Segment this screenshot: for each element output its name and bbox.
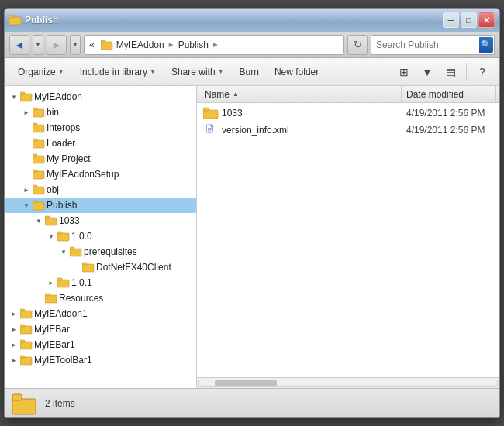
expand-bin[interactable]: ► bbox=[20, 106, 33, 119]
file-item-version-info[interactable]: version_info.xml 4/19/2011 2:56 PM bbox=[197, 122, 499, 139]
view-button[interactable]: ⊞ bbox=[393, 61, 415, 83]
expand-myiebar1[interactable]: ► bbox=[8, 338, 20, 351]
include-library-button[interactable]: Include in library ▼ bbox=[73, 61, 163, 83]
window-icon bbox=[9, 14, 22, 26]
forward-button[interactable]: ► bbox=[47, 35, 67, 55]
tree-item-myproject[interactable]: My Project bbox=[5, 151, 196, 167]
tree-item-prerequisites[interactable]: ▼ prerequisites bbox=[5, 244, 196, 259]
expand-100[interactable]: ▼ bbox=[45, 230, 57, 242]
include-chevron: ▼ bbox=[150, 68, 156, 75]
content-pane: Name ▲ Date modified 1033 bbox=[197, 86, 499, 388]
svg-rect-31 bbox=[45, 294, 50, 296]
file-item-1033[interactable]: 1033 4/19/2011 2:56 PM bbox=[197, 105, 499, 122]
tree-item-obj[interactable]: ► obj bbox=[5, 182, 196, 198]
folder-icon-myieaddon1 bbox=[20, 307, 33, 320]
svg-rect-18 bbox=[33, 202, 44, 210]
expand-myiebar[interactable]: ► bbox=[8, 323, 20, 335]
share-chevron: ▼ bbox=[218, 68, 224, 75]
expand-myietoolbar1[interactable]: ► bbox=[8, 354, 20, 366]
minimize-button[interactable]: ─ bbox=[443, 12, 459, 28]
tree-item-myieaddonsetup[interactable]: MyIEAddonSetup bbox=[5, 167, 196, 182]
burn-button[interactable]: Burn bbox=[233, 61, 266, 83]
svg-rect-39 bbox=[20, 356, 25, 358]
expand-myproject bbox=[20, 153, 33, 165]
search-box[interactable]: 🔍 bbox=[371, 35, 495, 55]
tree-label-publish: Publish bbox=[47, 200, 77, 211]
svg-rect-21 bbox=[45, 216, 50, 218]
tree-item-publish[interactable]: ▼ Publish bbox=[5, 198, 196, 213]
svg-rect-38 bbox=[20, 357, 32, 365]
new-folder-button[interactable]: New folder bbox=[268, 61, 326, 83]
view-dropdown-button[interactable]: ▼ bbox=[416, 61, 438, 83]
refresh-button[interactable]: ↻ bbox=[347, 35, 368, 55]
folder-icon-myieaddon bbox=[20, 91, 33, 103]
tree-item-1033[interactable]: ▼ 1033 bbox=[5, 213, 196, 228]
svg-rect-10 bbox=[33, 140, 44, 148]
help-button[interactable]: ? bbox=[471, 61, 493, 83]
expand-dotnetfx40client bbox=[70, 261, 82, 273]
svg-rect-6 bbox=[33, 109, 44, 117]
tree-label-myieaddonsetup: MyIEAddonSetup bbox=[47, 169, 119, 180]
forward-dropdown-button[interactable]: ▼ bbox=[70, 35, 81, 55]
column-date-label: Date modified bbox=[406, 89, 464, 100]
svg-rect-27 bbox=[82, 263, 87, 265]
explorer-window: Publish ─ □ ✕ ◄ ▼ ► ▼ « MyIEAddon ► Publ… bbox=[4, 8, 500, 418]
tree-item-101[interactable]: ► 1.0.1 bbox=[5, 275, 196, 290]
column-header-name[interactable]: Name ▲ bbox=[200, 86, 402, 102]
expand-publish[interactable]: ▼ bbox=[20, 199, 33, 211]
tree-item-myieaddon[interactable]: ▼ MyIEAddon bbox=[5, 89, 196, 105]
scroll-track[interactable] bbox=[198, 380, 498, 387]
organize-button[interactable]: Organize ▼ bbox=[11, 61, 71, 83]
folder-icon-100 bbox=[57, 230, 70, 242]
tree-item-bin[interactable]: ► bin bbox=[5, 105, 196, 120]
title-bar: Publish ─ □ ✕ bbox=[5, 9, 499, 32]
tree-label-loader: Loader bbox=[47, 138, 75, 149]
tree-item-myieaddon1[interactable]: ► MyIEAddon1 bbox=[5, 306, 196, 321]
column-name-label: Name bbox=[205, 89, 230, 100]
tree-item-interops[interactable]: Interops bbox=[5, 120, 196, 136]
organize-label: Organize bbox=[18, 67, 56, 77]
share-button[interactable]: Share with ▼ bbox=[164, 61, 231, 83]
tree-label-myietoolbar1: MyIEToolBar1 bbox=[34, 355, 92, 366]
tree-label-obj: obj bbox=[47, 184, 59, 195]
sort-arrow: ▲ bbox=[233, 91, 239, 98]
svg-rect-17 bbox=[33, 185, 37, 187]
expand-myieaddon1[interactable]: ► bbox=[8, 307, 20, 320]
column-header-date[interactable]: Date modified bbox=[402, 86, 496, 102]
tree-label-bin: bin bbox=[47, 107, 59, 118]
svg-rect-16 bbox=[33, 187, 44, 194]
expand-prerequisites[interactable]: ▼ bbox=[57, 246, 70, 258]
back-dropdown-button[interactable]: ▼ bbox=[33, 35, 43, 55]
file-list[interactable]: 1033 4/19/2011 2:56 PM version bbox=[197, 103, 499, 377]
horizontal-scrollbar[interactable] bbox=[197, 377, 499, 388]
folder-icon-101 bbox=[57, 277, 70, 289]
tree-item-100[interactable]: ▼ 1.0.0 bbox=[5, 228, 196, 244]
search-button[interactable]: 🔍 bbox=[479, 37, 493, 53]
svg-rect-1 bbox=[9, 15, 14, 18]
tree-item-dotnetfx40client[interactable]: DotNetFX40Client bbox=[5, 259, 196, 275]
expand-myieaddon[interactable]: ▼ bbox=[8, 91, 20, 103]
svg-rect-9 bbox=[33, 123, 37, 125]
expand-101[interactable]: ► bbox=[45, 277, 57, 289]
tree-item-loader[interactable]: Loader bbox=[5, 136, 196, 151]
folder-icon-myiebar1 bbox=[20, 338, 33, 351]
address-root-segment: MyIEAddon bbox=[116, 40, 164, 50]
svg-rect-22 bbox=[57, 233, 69, 241]
expand-obj[interactable]: ► bbox=[20, 184, 33, 196]
svg-rect-36 bbox=[20, 342, 32, 349]
folder-icon-myieaddonsetup bbox=[33, 168, 45, 180]
expand-1033[interactable]: ▼ bbox=[33, 215, 45, 227]
tree-item-resources[interactable]: Resources bbox=[5, 290, 196, 306]
close-button[interactable]: ✕ bbox=[478, 12, 495, 28]
search-input[interactable] bbox=[376, 40, 476, 50]
tree-item-myiebar1[interactable]: ► MyIEBar1 bbox=[5, 337, 196, 352]
folder-icon-resources bbox=[45, 292, 57, 304]
maximize-button[interactable]: □ bbox=[461, 12, 477, 28]
address-field[interactable]: « MyIEAddon ► Publish ► bbox=[84, 35, 344, 55]
tree-item-myiebar[interactable]: ► MyIEBar bbox=[5, 321, 196, 337]
tree-item-myietoolbar1[interactable]: ► MyIEToolBar1 bbox=[5, 352, 196, 368]
tree-pane[interactable]: ▼ MyIEAddon ► bin Interops bbox=[5, 86, 197, 388]
scroll-thumb[interactable] bbox=[215, 380, 277, 386]
back-button[interactable]: ◄ bbox=[9, 35, 29, 55]
preview-button[interactable]: ▤ bbox=[440, 61, 461, 83]
